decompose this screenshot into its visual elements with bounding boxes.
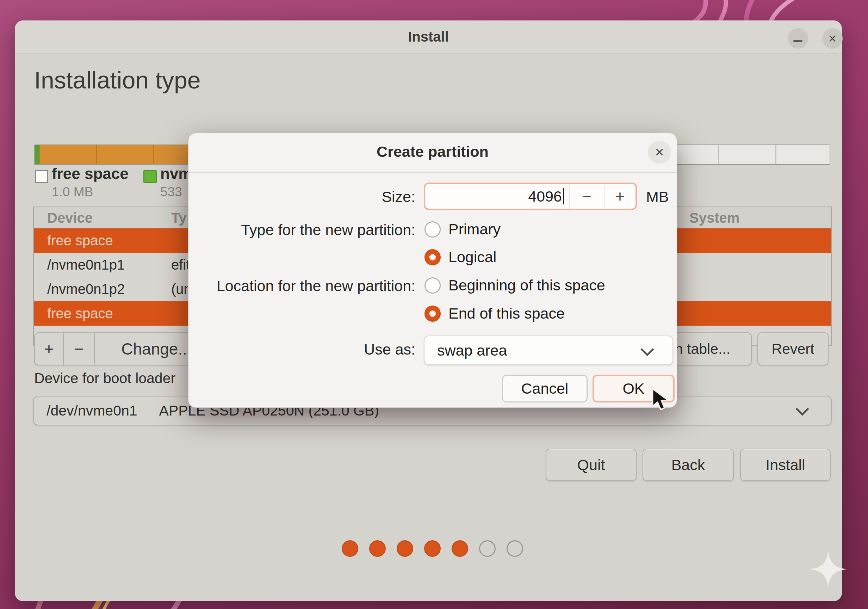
create-partition-dialog: Create partition × Size: 4096 − + MB Typ… <box>188 133 677 408</box>
close-window-button[interactable]: × <box>822 28 843 49</box>
progress-dots <box>342 540 523 557</box>
boot-device-name: /dev/nvme0n1 <box>46 402 137 419</box>
size-increment-button[interactable]: + <box>604 184 636 209</box>
minimize-button[interactable] <box>788 28 808 49</box>
legend-swatch-nvme <box>143 170 157 183</box>
legend-label: nvm <box>160 165 192 183</box>
radio-end-of-space[interactable]: End of this space <box>425 305 565 322</box>
use-as-dropdown[interactable]: swap area <box>424 336 673 365</box>
column-header-device[interactable]: Device <box>47 210 93 226</box>
text-caret <box>563 188 564 204</box>
quit-button[interactable]: Quit <box>546 449 637 481</box>
location-label: Location for the new partition: <box>197 277 415 295</box>
radio-label: Beginning of this space <box>448 277 605 294</box>
legend-size: 1.0 MB <box>52 185 129 199</box>
size-input[interactable]: 4096 <box>425 184 569 209</box>
radio-logical[interactable]: Logical <box>425 249 496 266</box>
cell-device: /nvme0n1p2 <box>47 281 125 297</box>
progress-dot <box>479 540 496 557</box>
cancel-button[interactable]: Cancel <box>502 374 587 402</box>
desktop: { "colors": { "accent_orange": "#dd5219"… <box>0 0 868 609</box>
progress-dot <box>397 540 413 557</box>
radio-beginning-of-space[interactable]: Beginning of this space <box>425 277 605 294</box>
cell-device: /nvme0n1p1 <box>47 257 125 273</box>
progress-dot <box>452 540 468 557</box>
install-button[interactable]: Install <box>740 449 831 481</box>
cell-device: free space <box>47 233 113 249</box>
close-icon: × <box>655 144 664 161</box>
partition-bar-segment-nvme <box>35 145 39 164</box>
window-title: Install <box>15 29 842 45</box>
use-as-value: swap area <box>437 342 507 359</box>
cell-type: efit <box>171 257 190 273</box>
close-icon: × <box>828 31 836 45</box>
legend-size: 533 <box>160 185 192 199</box>
progress-dot <box>369 540 386 557</box>
column-header-type[interactable]: Ty <box>171 210 187 226</box>
revert-button[interactable]: Revert <box>757 332 829 365</box>
size-label: Size: <box>197 188 415 205</box>
radio-button-icon <box>425 306 441 322</box>
radio-label: End of this space <box>448 305 565 322</box>
radio-label: Logical <box>448 249 496 266</box>
type-label: Type for the new partition: <box>197 221 415 239</box>
radio-button-icon <box>425 221 441 238</box>
radio-button-icon <box>425 277 441 294</box>
page-title: Installation type <box>34 66 201 94</box>
back-button[interactable]: Back <box>643 449 734 481</box>
progress-dot <box>424 540 441 557</box>
boot-loader-label: Device for boot loader <box>34 370 175 387</box>
chevron-down-icon <box>795 402 809 415</box>
cell-device: free space <box>47 306 113 322</box>
titlebar: Install × <box>15 20 842 54</box>
size-value: 4096 <box>528 188 562 205</box>
radio-button-icon <box>425 249 441 266</box>
sparkle-icon <box>809 550 848 589</box>
dialog-separator <box>189 172 677 173</box>
minimize-icon <box>793 40 803 42</box>
chevron-down-icon <box>640 343 654 356</box>
radio-label: Primary <box>448 221 501 238</box>
remove-partition-button[interactable]: − <box>64 333 95 365</box>
use-as-label: Use as: <box>197 341 415 358</box>
dialog-title: Create partition <box>189 143 677 160</box>
progress-dot <box>507 540 523 557</box>
add-partition-button[interactable]: + <box>35 333 64 365</box>
legend-label: free space <box>52 165 129 183</box>
wallpaper-arcs-decoration <box>687 0 803 23</box>
legend-item-free-space: free space 1.0 MB <box>35 165 129 199</box>
column-header-system[interactable]: System <box>690 210 739 226</box>
size-decrement-button[interactable]: − <box>569 184 604 209</box>
progress-dot <box>342 540 358 557</box>
legend-item-nvme: nvm 533 <box>143 165 192 199</box>
legend-swatch-free-space <box>35 170 48 183</box>
close-dialog-button[interactable]: × <box>648 141 671 164</box>
radio-primary[interactable]: Primary <box>425 221 501 238</box>
mouse-cursor <box>651 388 673 413</box>
size-spinbox: 4096 − + <box>424 183 637 210</box>
size-unit-label: MB <box>646 188 669 205</box>
